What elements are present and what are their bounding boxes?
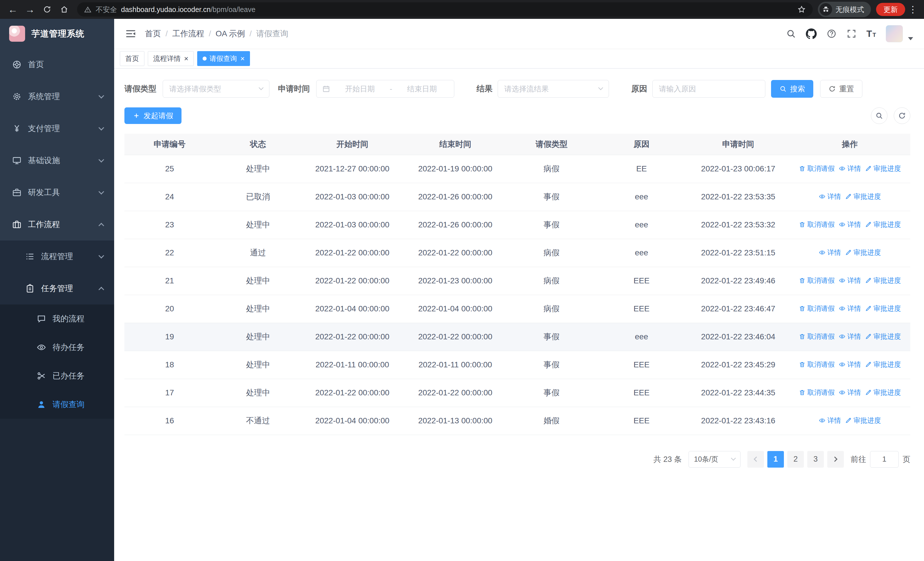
sidebar-collapse-icon[interactable] [125, 28, 136, 39]
details-link[interactable]: 详情 [838, 332, 861, 341]
browser-update-button[interactable]: 更新 [876, 3, 905, 16]
page-button-3[interactable]: 3 [807, 451, 824, 468]
next-page-button[interactable] [827, 451, 844, 468]
help-icon[interactable] [826, 29, 837, 39]
goto-page-input[interactable] [870, 451, 898, 468]
forward-button[interactable]: → [22, 2, 38, 17]
list-icon [25, 252, 35, 261]
github-icon[interactable] [806, 28, 817, 39]
sidebar-item-task-management[interactable]: 任务管理 [0, 272, 114, 304]
sidebar-item-label: 首页 [28, 59, 44, 70]
leave-type-select[interactable]: 请选择请假类型 [163, 80, 269, 98]
cell-start_time: 2022-01-04 00:00:00 [302, 295, 404, 323]
details-link[interactable]: 详情 [838, 388, 861, 397]
refresh-table-button[interactable] [894, 107, 910, 124]
back-button[interactable]: ← [5, 2, 21, 17]
approval-progress-link[interactable]: 审批进度 [845, 192, 881, 201]
result-select[interactable]: 请选择流结果 [498, 80, 609, 98]
bookmark-star-icon[interactable] [797, 5, 806, 14]
sidebar-item-process-management[interactable]: 流程管理 [0, 241, 114, 272]
search-button[interactable]: 搜索 [771, 80, 813, 98]
tab-leave-query[interactable]: 请假查询× [197, 51, 250, 66]
reset-button[interactable]: 重置 [820, 80, 862, 98]
cancel-leave-link[interactable]: 取消请假 [799, 332, 835, 341]
approval-progress-link[interactable]: 审批进度 [865, 360, 901, 369]
avatar-dropdown-caret-icon[interactable] [908, 37, 913, 40]
prev-page-button[interactable] [747, 451, 764, 468]
fullscreen-icon[interactable] [846, 29, 856, 39]
breadcrumb: 首页 / 工作流程 / OA 示例 / 请假查询 [145, 28, 288, 39]
tab-close-icon[interactable]: × [184, 55, 188, 62]
sidebar-logo-row[interactable]: 芋道管理系统 [0, 19, 114, 48]
sidebar-item-label: 已办任务 [52, 370, 84, 381]
create-leave-button[interactable]: 发起请假 [124, 107, 182, 124]
sidebar-item-home[interactable]: 首页 [0, 48, 114, 81]
tab-process-detail[interactable]: 流程详情× [148, 51, 194, 66]
sidebar-item-my-process[interactable]: 我的流程 [0, 304, 114, 333]
approval-progress-link[interactable]: 审批进度 [865, 164, 901, 173]
sidebar-item-system-management[interactable]: 系统管理 [0, 81, 114, 113]
approval-progress-link[interactable]: 审批进度 [865, 276, 901, 285]
cancel-leave-link[interactable]: 取消请假 [799, 388, 835, 397]
eye-icon [819, 417, 825, 424]
breadcrumb-item-oa-example[interactable]: OA 示例 [216, 28, 245, 39]
reload-button[interactable] [39, 2, 55, 17]
browser-menu-icon[interactable]: ⋮ [907, 4, 919, 15]
cancel-leave-link[interactable]: 取消请假 [799, 360, 835, 369]
details-link[interactable]: 详情 [838, 164, 861, 173]
approval-progress-link[interactable]: 审批进度 [865, 220, 901, 229]
tab-close-icon[interactable]: × [240, 55, 244, 62]
details-link[interactable]: 详情 [838, 220, 861, 229]
sidebar-item-payment-management[interactable]: 支付管理 [0, 113, 114, 144]
details-link[interactable]: 详情 [838, 360, 861, 369]
address-bar[interactable]: 不安全 dashboard.yudao.iocoder.cn/bpm/oa/le… [77, 2, 813, 17]
details-link[interactable]: 详情 [819, 416, 841, 425]
avatar[interactable] [886, 25, 903, 42]
pen-icon [865, 361, 872, 368]
details-link[interactable]: 详情 [819, 248, 841, 257]
pen-icon [865, 305, 872, 312]
cell-start_time: 2022-01-11 00:00:00 [302, 351, 404, 379]
approval-progress-link[interactable]: 审批进度 [845, 416, 881, 425]
details-link[interactable]: 详情 [838, 304, 861, 313]
cancel-leave-link[interactable]: 取消请假 [799, 276, 835, 285]
breadcrumb-item-home[interactable]: 首页 [145, 28, 161, 39]
header-search-icon[interactable] [786, 29, 796, 39]
reason-input[interactable] [652, 80, 765, 98]
page-button-1[interactable]: 1 [767, 451, 784, 468]
details-link[interactable]: 详情 [819, 192, 841, 201]
approval-progress-link[interactable]: 审批进度 [865, 304, 901, 313]
sidebar-item-done-tasks[interactable]: 已办任务 [0, 362, 114, 390]
apply-time-range-picker[interactable]: 开始日期 - 结束日期 [316, 80, 454, 98]
page-button-2[interactable]: 2 [787, 451, 804, 468]
cancel-leave-link[interactable]: 取消请假 [799, 304, 835, 313]
sidebar-item-label: 任务管理 [41, 283, 73, 294]
sidebar-item-dev-tools[interactable]: 研发工具 [0, 176, 114, 209]
page-size-select[interactable]: 10条/页 [688, 451, 741, 468]
approval-progress-link[interactable]: 审批进度 [865, 388, 901, 397]
user-icon [36, 400, 46, 409]
action-label: 审批进度 [873, 164, 901, 173]
dashboard-icon [12, 60, 22, 69]
select-placeholder: 请选择请假类型 [169, 84, 221, 94]
tab-label: 首页 [125, 54, 139, 63]
font-size-icon[interactable]: TT [866, 29, 876, 38]
sidebar-item-workflow[interactable]: 工作流程 [0, 209, 114, 241]
home-button[interactable] [57, 2, 72, 17]
details-link[interactable]: 详情 [838, 276, 861, 285]
cancel-leave-link[interactable]: 取消请假 [799, 220, 835, 229]
eye-icon [36, 343, 46, 352]
approval-progress-link[interactable]: 审批进度 [865, 332, 901, 341]
trash-icon [799, 165, 806, 172]
tab-home[interactable]: 首页 [120, 51, 144, 66]
date-range-separator: - [390, 84, 392, 93]
cancel-leave-link[interactable]: 取消请假 [799, 164, 835, 173]
sidebar-item-todo-tasks[interactable]: 待办任务 [0, 333, 114, 362]
approval-progress-link[interactable]: 审批进度 [845, 248, 881, 257]
toggle-search-button[interactable] [871, 107, 888, 124]
sidebar-item-leave-query[interactable]: 请假查询 [0, 390, 114, 419]
action-label: 审批进度 [854, 248, 881, 257]
pen-icon [865, 389, 872, 396]
sidebar-item-infrastructure[interactable]: 基础设施 [0, 144, 114, 176]
breadcrumb-item-workflow[interactable]: 工作流程 [172, 28, 204, 39]
